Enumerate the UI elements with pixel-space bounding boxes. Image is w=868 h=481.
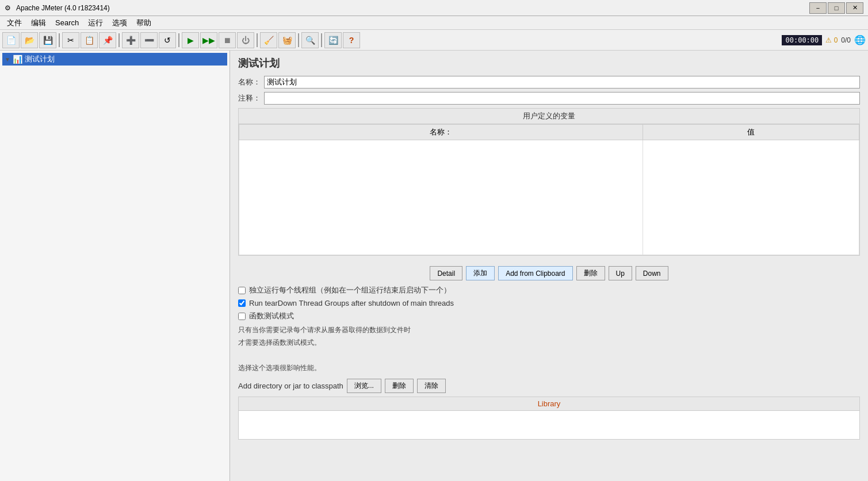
checkbox-function-mode[interactable] (238, 313, 246, 320)
toolbar-sep-1 (59, 33, 60, 47)
shutdown-button[interactable]: ⏻ (237, 32, 254, 48)
detail-button[interactable]: Detail (430, 266, 462, 280)
empty-cell-1 (239, 140, 643, 255)
menu-help[interactable]: 帮助 (132, 17, 156, 29)
content-inner: 测试计划 名称： 注释： 用户定义的变量 名称： 值 (230, 51, 868, 445)
minimize-button[interactable]: − (809, 2, 827, 14)
window-title: Apache JMeter (4.0 r1823414) (16, 4, 110, 12)
library-col-header: Library (239, 397, 860, 411)
add-button[interactable]: 添加 (466, 266, 495, 280)
checkbox-row-3: 函数测试模式 (238, 311, 860, 321)
new-button[interactable]: 📄 (2, 32, 20, 48)
search-button[interactable]: 🔍 (301, 32, 319, 48)
toolbar-sep-3 (178, 33, 179, 47)
add-from-clipboard-button[interactable]: Add from Clipboard (498, 266, 572, 280)
close-button[interactable]: ✕ (846, 2, 863, 14)
menu-search[interactable]: Search (51, 17, 83, 28)
help-button[interactable]: ? (343, 32, 360, 48)
error-count: 0/0 (841, 36, 851, 44)
library-section: Add directory or jar to classpath 浏览... … (238, 379, 860, 440)
toolbar-right: 00:00:00 ⚠ 0 0/0 🌐 (782, 34, 866, 45)
cut-button[interactable]: ✂ (62, 32, 79, 48)
reset-button[interactable]: 🔄 (324, 32, 342, 48)
up-button[interactable]: Up (609, 266, 632, 280)
variables-empty-row (239, 140, 859, 255)
stop-button[interactable]: ⏹ (219, 32, 236, 48)
toolbar: 📄 📂 💾 ✂ 📋 📌 ➕ ➖ ↺ ▶ ▶▶ ⏹ ⏻ 🧹 🧺 🔍 🔄 ? 00:… (0, 30, 868, 51)
clear-button[interactable]: 🧹 (260, 32, 277, 48)
elapsed-time: 00:00:00 (782, 35, 822, 45)
menu-edit[interactable]: 编辑 (26, 17, 51, 29)
toggle-button[interactable]: ↺ (159, 32, 176, 48)
name-row: 名称： (238, 76, 860, 88)
toolbar-sep-2 (118, 33, 120, 47)
globe-icon: 🌐 (854, 34, 866, 45)
col-name-header: 名称： (239, 125, 643, 140)
variables-body (239, 140, 859, 255)
checkbox-thread-group[interactable] (238, 287, 246, 294)
menu-bar: 文件 编辑 Search 运行 选项 帮助 (0, 16, 868, 30)
toolbar-sep-4 (257, 33, 258, 47)
down-button[interactable]: Down (636, 266, 668, 280)
library-empty-cell (239, 411, 860, 440)
checkbox-teardown-label[interactable]: Run tearDown Thread Groups after shutdow… (249, 299, 454, 307)
toolbar-sep-5 (298, 33, 299, 47)
col-value-header: 值 (643, 125, 859, 140)
menu-file[interactable]: 文件 (2, 17, 26, 29)
variables-section: 用户定义的变量 名称： 值 (238, 108, 860, 256)
warning-count: ⚠ 0 (825, 36, 838, 44)
paste-button[interactable]: 📌 (99, 32, 116, 48)
table-actions: Detail 添加 Add from Clipboard 删除 Up Down (238, 261, 860, 285)
classpath-label: Add directory or jar to classpath (238, 382, 343, 390)
classpath-delete-button[interactable]: 删除 (385, 379, 414, 393)
window-controls: − □ ✕ (809, 2, 863, 14)
title-bar-left: ⚙ Apache JMeter (4.0 r1823414) (5, 4, 110, 12)
collapse-button[interactable]: ➖ (140, 32, 158, 48)
title-bar: ⚙ Apache JMeter (4.0 r1823414) − □ ✕ (0, 0, 868, 16)
app-icon: ⚙ (5, 4, 13, 12)
clear-all-button[interactable]: 🧺 (278, 32, 296, 48)
classpath-row: Add directory or jar to classpath 浏览... … (238, 379, 860, 393)
browse-button[interactable]: 浏览... (347, 379, 381, 393)
comment-label: 注释： (238, 93, 261, 103)
library-empty-row (239, 411, 860, 440)
delete-button[interactable]: 删除 (576, 266, 605, 280)
start-no-pause-button[interactable]: ▶▶ (200, 32, 217, 48)
tree-plan-icon: 📊 (13, 55, 22, 64)
save-button[interactable]: 💾 (39, 32, 56, 48)
checkbox-teardown[interactable] (238, 299, 246, 307)
name-label: 名称： (238, 77, 261, 87)
toolbar-sep-6 (321, 33, 322, 47)
clear-classpath-button[interactable]: 清除 (417, 379, 446, 393)
expand-button[interactable]: ➕ (122, 32, 139, 48)
description-1: 只有当你需要记录每个请求从服务器取得的数据到文件时 (238, 325, 860, 335)
checkbox-thread-group-label[interactable]: 独立运行每个线程组（例如在一个组运行结束后启动下一个） (249, 285, 451, 295)
tree-panel: ▼ 📊 测试计划 (0, 51, 230, 481)
comment-input[interactable] (264, 92, 860, 105)
menu-run[interactable]: 运行 (83, 17, 108, 29)
description-3 (238, 350, 860, 360)
description-4: 选择这个选项很影响性能。 (238, 363, 860, 373)
checkbox-row-2: Run tearDown Thread Groups after shutdow… (238, 299, 860, 307)
library-table: Library (238, 397, 860, 440)
variables-title: 用户定义的变量 (239, 109, 859, 124)
variables-table: 名称： 值 (239, 124, 859, 255)
main-layout: ▼ 📊 测试计划 测试计划 名称： 注释： 用户定义的变量 (0, 51, 868, 481)
section-title: 测试计划 (238, 56, 860, 70)
checkbox-function-mode-label[interactable]: 函数测试模式 (249, 311, 294, 321)
start-button[interactable]: ▶ (182, 32, 199, 48)
content-panel: 测试计划 名称： 注释： 用户定义的变量 名称： 值 (230, 51, 868, 481)
checkbox-row-1: 独立运行每个线程组（例如在一个组运行结束后启动下一个） (238, 285, 860, 295)
open-button[interactable]: 📂 (21, 32, 38, 48)
name-input[interactable] (264, 76, 860, 88)
copy-button[interactable]: 📋 (81, 32, 98, 48)
tree-item-label: 测试计划 (25, 54, 55, 64)
comment-row: 注释： (238, 92, 860, 105)
maximize-button[interactable]: □ (828, 2, 845, 14)
menu-options[interactable]: 选项 (108, 17, 132, 29)
tree-item-test-plan[interactable]: ▼ 📊 测试计划 (2, 53, 227, 66)
tree-arrow: ▼ (5, 56, 10, 63)
description-2: 才需要选择函数测试模式。 (238, 337, 860, 348)
empty-cell-2 (643, 140, 859, 255)
